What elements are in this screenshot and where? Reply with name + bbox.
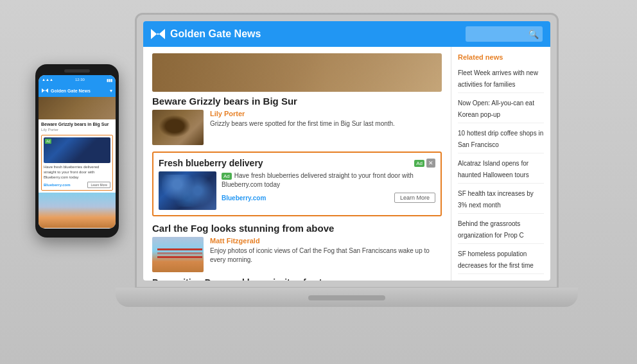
ad-inline-label: Ad	[222, 173, 232, 180]
sidebar-item-text-5: SF health tax increases by 3% next month	[458, 190, 534, 209]
phone-learn-more-button[interactable]: Learn More	[87, 182, 110, 188]
article-1-title[interactable]: Beware Grizzly bears in Big Sur	[152, 96, 442, 107]
sidebar-item-2[interactable]: Now Open: All-you-can eat Korean pop-up	[458, 96, 544, 123]
news-sidebar: Related news Fleet Week arrives with new…	[451, 47, 550, 281]
sidebar-title: Related news	[458, 53, 544, 61]
search-icon: 🔍	[528, 30, 539, 39]
ad-url[interactable]: Blueberry.com	[222, 195, 266, 202]
laptop-screen: Golden Gate News 🔍 Beware Grizzly bears …	[143, 21, 550, 281]
phone-ad-url[interactable]: Blueberry.com	[44, 183, 71, 187]
sidebar-item-text-4: Alcatraz Island opens for haunted Hallow…	[458, 160, 529, 178]
phone: ▲▲▲ 12:30 ▮▮▮ Golden Gate News ▾ Beware …	[35, 64, 119, 238]
article-1-desc: Grizzly bears were spotted for the first…	[210, 119, 442, 128]
news-header-title: Golden Gate News	[170, 28, 460, 40]
phone-article-title[interactable]: Beware Grizzly bears in Big Sur	[39, 119, 116, 128]
article-1: Beware Grizzly bears in Big Sur Lily Por…	[152, 96, 442, 145]
phone-dropdown-icon[interactable]: ▾	[110, 88, 112, 94]
phone-nav-title: Golden Gate News	[51, 89, 107, 93]
sidebar-item-text-3: 10 hottest drip coffee shops in San Fran…	[458, 130, 543, 148]
phone-screen: ▲▲▲ 12:30 ▮▮▮ Golden Gate News ▾ Beware …	[39, 75, 116, 229]
article-3-title[interactable]: Proposition D passed by majority of vote…	[152, 277, 442, 281]
ad-content-row: AdHave fresh blueberries delivered strai…	[159, 171, 435, 210]
laptop: Golden Gate News 🔍 Beware Grizzly bears …	[116, 13, 578, 340]
sidebar-item-3[interactable]: 10 hottest drip coffee shops in San Fran…	[458, 126, 544, 153]
article-2-desc: Enjoy photos of iconic views of Carl the…	[210, 247, 442, 264]
ad-controls: Ad ✕	[414, 159, 435, 168]
news-app-header: Golden Gate News 🔍	[143, 21, 550, 47]
scene: Golden Gate News 🔍 Beware Grizzly bears …	[0, 0, 637, 364]
phone-ad-footer: Blueberry.com Learn More	[44, 182, 110, 188]
ad-description: AdHave fresh blueberries delivered strai…	[222, 171, 435, 189]
news-logo-icon	[151, 29, 165, 39]
phone-nav-bar: Golden Gate News ▾	[39, 84, 116, 97]
phone-hero-image	[39, 97, 116, 119]
phone-time: 12:30	[75, 78, 85, 82]
sidebar-item-text-1: Fleet Week arrives with new activities f…	[458, 69, 538, 88]
sidebar-item-1[interactable]: Fleet Week arrives with new activities f…	[458, 66, 544, 93]
phone-ad-image: Ad	[44, 137, 110, 163]
ad-close-button[interactable]: ✕	[426, 159, 435, 168]
article-2-text: Matt Fitzgerald Enjoy photos of iconic v…	[210, 237, 442, 272]
ad-footer-row: Blueberry.com Learn More	[222, 193, 435, 203]
ad-text-block: AdHave fresh blueberries delivered strai…	[222, 171, 435, 203]
sidebar-item-text-6: Behind the grassroots organization for P…	[458, 220, 524, 239]
article-1-author: Lily Porter	[210, 110, 442, 117]
sidebar-item-text-7: SF homeless population decreases for the…	[458, 250, 534, 269]
learn-more-button[interactable]: Learn More	[394, 193, 435, 203]
laptop-base	[116, 288, 578, 307]
news-content: Beware Grizzly bears in Big Sur Lily Por…	[143, 47, 550, 281]
phone-signal: ▲▲▲	[42, 78, 53, 82]
ad-box: Fresh blueberry delivery Ad ✕	[152, 152, 442, 216]
phone-logo-icon	[42, 89, 48, 93]
sidebar-item-5[interactable]: SF health tax increases by 3% next month	[458, 187, 544, 214]
laptop-screen-outer: Golden Gate News 🔍 Beware Grizzly bears …	[135, 13, 559, 289]
phone-notch	[64, 69, 90, 73]
phone-ad-box: Ad Have fresh blueberries delivered stra…	[41, 135, 113, 191]
article-2-image	[152, 237, 204, 272]
phone-ad-badge: Ad	[45, 139, 51, 144]
article-2-author: Matt Fitzgerald	[210, 237, 442, 245]
ad-label-badge: Ad	[414, 160, 424, 167]
sidebar-item-7[interactable]: SF homeless population decreases for the…	[458, 247, 544, 274]
sidebar-item-text-2: Now Open: All-you-can eat Korean pop-up	[458, 100, 534, 118]
search-box[interactable]: 🔍	[466, 26, 543, 42]
phone-article-author: Lily Porter	[39, 128, 116, 134]
article-2-title[interactable]: Carl the Fog looks stunning from above	[152, 223, 442, 234]
ad-title: Fresh blueberry delivery	[159, 158, 263, 168]
phone-battery: ▮▮▮	[107, 78, 112, 82]
phone-status-bar: ▲▲▲ 12:30 ▮▮▮	[39, 75, 116, 84]
article-1-content: Lily Porter Grizzly bears were spotted f…	[152, 110, 442, 145]
ad-image-blueberry	[159, 171, 216, 210]
sidebar-item-4[interactable]: Alcatraz Island opens for haunted Hallow…	[458, 157, 544, 184]
article-1-image	[152, 110, 204, 145]
phone-bottom-image	[39, 193, 116, 228]
article-2: Carl the Fog looks stunning from above M…	[152, 223, 442, 272]
ad-header-row: Fresh blueberry delivery Ad ✕	[159, 158, 435, 168]
sidebar-item-6[interactable]: Behind the grassroots organization for P…	[458, 217, 544, 244]
news-main: Beware Grizzly bears in Big Sur Lily Por…	[143, 47, 451, 281]
article-2-content: Matt Fitzgerald Enjoy photos of iconic v…	[152, 237, 442, 272]
hero-image	[152, 53, 442, 92]
phone-ad-text: Have fresh blueberries delivered straigh…	[44, 165, 110, 180]
article-1-text: Lily Porter Grizzly bears were spotted f…	[210, 110, 442, 145]
